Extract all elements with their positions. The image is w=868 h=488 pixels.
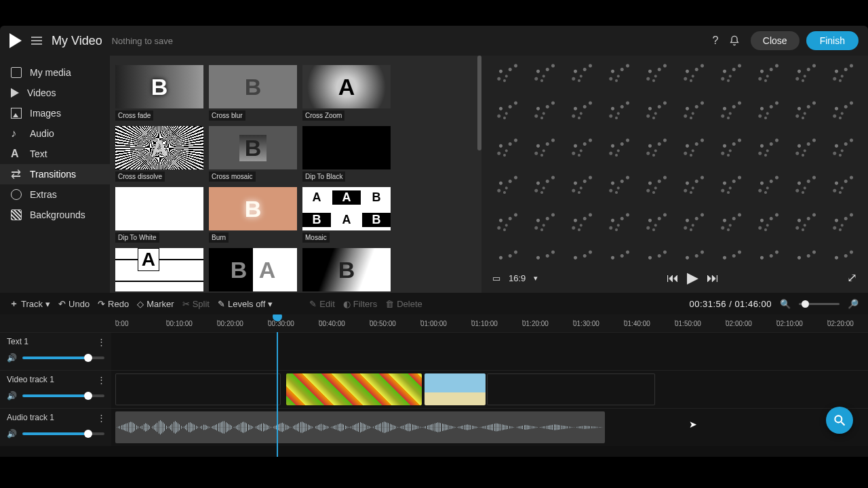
- transition-dip-to-white[interactable]: Dip To White: [115, 187, 203, 243]
- undo-button[interactable]: ↶ Undo: [58, 299, 90, 309]
- transition-cross-zoom[interactable]: ACross Zoom: [302, 65, 391, 121]
- workspace: My media Videos Images ♪Audio AText ⇄Tra…: [0, 56, 868, 293]
- transitions-panel: BCross fade BCross blur ACross Zoom ACro…: [110, 56, 481, 293]
- sidebar-item-images[interactable]: Images: [0, 103, 110, 123]
- transitions-icon: ⇄: [11, 169, 22, 180]
- volume-slider[interactable]: [22, 394, 104, 397]
- delete-button[interactable]: 🗑 Delete: [385, 299, 422, 309]
- svg-line-1: [842, 422, 845, 426]
- sidebar-item-videos[interactable]: Videos: [0, 83, 110, 103]
- aspect-ratio[interactable]: 16:9: [509, 273, 526, 283]
- project-title: My Video: [52, 34, 102, 48]
- transition-wipe[interactable]: B: [302, 248, 391, 293]
- levels-button[interactable]: ✎ Levels off ▾: [218, 299, 273, 309]
- timeline: 0:0000:10:0000:20:0000:30:0000:40:0000:5…: [0, 314, 868, 457]
- sidebar-item-backgrounds[interactable]: Backgrounds: [0, 205, 110, 225]
- header: My Video Nothing to save ? Close Finish: [0, 26, 868, 56]
- save-status: Nothing to save: [112, 36, 173, 46]
- audio-icon: ♪: [11, 128, 22, 139]
- transition-cross-fade[interactable]: BCross fade: [115, 65, 203, 121]
- track-audio: Audio track 1 ⋮ 🔊: [0, 408, 868, 446]
- transition-slide[interactable]: B A: [209, 248, 297, 293]
- transition-cross-dissolve[interactable]: ACross dissolve: [115, 126, 203, 182]
- track-menu-icon[interactable]: ⋮: [97, 337, 106, 347]
- speaker-icon[interactable]: 🔊: [7, 391, 17, 401]
- video-clip[interactable]: [286, 373, 422, 405]
- image-icon: [11, 108, 22, 119]
- ruler[interactable]: 0:0000:10:0000:20:0000:30:0000:40:0000:5…: [0, 314, 868, 332]
- timeline-toolbar: ＋Track ▾ ↶ Undo ↷ Redo ◇ Marker ✂ Split …: [0, 293, 868, 314]
- folder-icon: [11, 67, 22, 78]
- volume-slider[interactable]: [22, 357, 104, 359]
- transition-grid[interactable]: A: [115, 248, 203, 293]
- sidebar-item-text[interactable]: AText: [0, 144, 110, 164]
- sidebar-item-transitions[interactable]: ⇄Transitions: [0, 164, 110, 184]
- marker-button[interactable]: ◇ Marker: [137, 299, 174, 309]
- video-icon: [11, 88, 19, 98]
- playback-controls: ▭ 16:9 ▾ ⏮ ▶ ⏭ ⤢: [487, 263, 863, 293]
- menu-icon[interactable]: [31, 37, 42, 45]
- video-clip[interactable]: [487, 373, 655, 405]
- fullscreen-icon[interactable]: ⤢: [847, 270, 857, 285]
- search-fab[interactable]: [826, 407, 853, 434]
- extras-icon: [11, 189, 22, 200]
- audio-clip[interactable]: [115, 411, 605, 443]
- skip-forward-button[interactable]: ⏭: [707, 271, 719, 285]
- backgrounds-icon: [11, 209, 22, 220]
- transition-cross-blur[interactable]: BCross blur: [209, 65, 297, 121]
- transition-dip-to-black[interactable]: Dip To Black: [302, 126, 391, 182]
- sidebar: My media Videos Images ♪Audio AText ⇄Tra…: [0, 56, 110, 293]
- play-button[interactable]: ▶: [687, 269, 698, 287]
- speaker-icon[interactable]: 🔊: [7, 429, 17, 439]
- sidebar-item-audio[interactable]: ♪Audio: [0, 123, 110, 144]
- svg-point-0: [835, 415, 842, 422]
- edit-button[interactable]: ✎ Edit: [309, 299, 334, 309]
- bell-icon[interactable]: [725, 31, 744, 50]
- sidebar-item-extras[interactable]: Extras: [0, 184, 110, 205]
- track-menu-icon[interactable]: ⋮: [97, 413, 106, 423]
- video-clip[interactable]: [115, 373, 281, 405]
- sidebar-item-my-media[interactable]: My media: [0, 62, 110, 83]
- transition-mosaic[interactable]: AABBABMosaic: [302, 187, 391, 243]
- transition-burn[interactable]: BBurn: [209, 187, 297, 243]
- finish-button[interactable]: Finish: [806, 31, 859, 50]
- help-icon[interactable]: ?: [706, 31, 725, 50]
- redo-button[interactable]: ↷ Redo: [98, 299, 129, 309]
- timecode: 00:31:56 / 01:46:00: [689, 299, 772, 309]
- chevron-down-icon[interactable]: ▾: [534, 274, 538, 283]
- text-icon: A: [11, 148, 22, 159]
- transition-cross-mosaic[interactable]: BCross mosaic: [209, 126, 297, 182]
- filters-button[interactable]: ◐ Filters: [343, 299, 377, 309]
- track-video: Video track 1 ⋮ 🔊: [0, 370, 868, 408]
- volume-slider[interactable]: [22, 432, 104, 435]
- zoom-out-icon[interactable]: 🔍: [780, 299, 791, 309]
- split-button[interactable]: ✂ Split: [182, 299, 210, 309]
- app-logo-icon: [9, 33, 22, 48]
- aspect-icon: ▭: [492, 273, 500, 283]
- zoom-slider[interactable]: [799, 303, 840, 305]
- preview-canvas[interactable]: [490, 58, 860, 260]
- skip-back-button[interactable]: ⏮: [667, 271, 679, 285]
- add-track-button[interactable]: ＋Track ▾: [9, 298, 50, 310]
- track-menu-icon[interactable]: ⋮: [97, 375, 106, 385]
- speaker-icon[interactable]: 🔊: [7, 353, 17, 363]
- video-clip[interactable]: [425, 373, 486, 405]
- preview-column: ▭ 16:9 ▾ ⏮ ▶ ⏭ ⤢: [481, 56, 868, 293]
- close-button[interactable]: Close: [751, 31, 800, 50]
- zoom-in-icon[interactable]: 🔎: [848, 299, 859, 309]
- playhead[interactable]: [277, 332, 278, 457]
- track-text: Text 1 ⋮ 🔊: [0, 332, 868, 370]
